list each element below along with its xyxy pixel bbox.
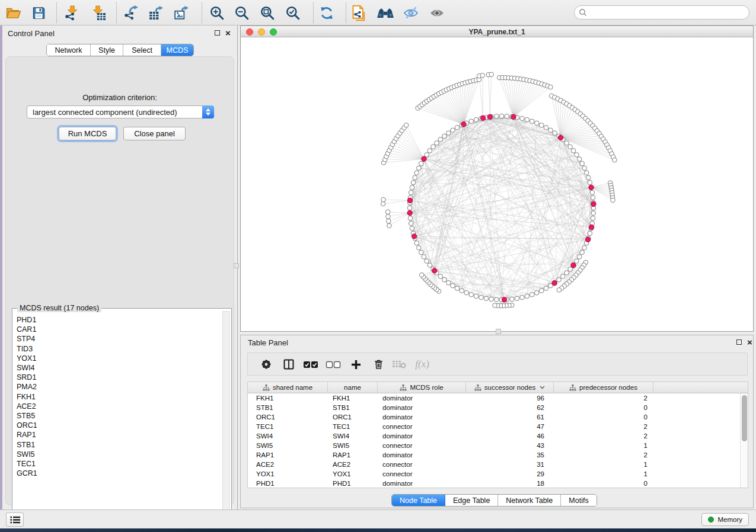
import-network-icon[interactable]	[63, 4, 81, 22]
table-cell[interactable]: SWI5	[248, 441, 328, 450]
import-table-icon[interactable]	[90, 4, 107, 22]
search-field[interactable]	[574, 5, 749, 20]
table-row[interactable]: FKH1FKH1dominator962	[248, 393, 748, 403]
table-cell[interactable]: dominator	[378, 403, 466, 412]
table-cell[interactable]: PHD1	[248, 479, 328, 488]
table-scrollbar[interactable]	[740, 393, 748, 488]
table-cell[interactable]: 1	[554, 441, 653, 450]
network-window-titlebar[interactable]: YPA_prune.txt_1	[241, 26, 753, 37]
tab-style[interactable]: Style	[91, 44, 123, 56]
table-cell[interactable]: connector	[378, 460, 466, 469]
close-panel-icon[interactable]: ×	[747, 339, 752, 345]
show-graphics-details-icon[interactable]	[428, 4, 446, 22]
table-cell[interactable]: TEC1	[248, 422, 328, 431]
search-objects-icon[interactable]	[377, 4, 394, 22]
export-table-icon[interactable]	[147, 4, 165, 22]
delete-table-icon[interactable]	[391, 357, 407, 372]
column-header-mcds-role[interactable]: MCDS role	[378, 382, 466, 393]
column-header-successor-nodes[interactable]: successor nodes	[466, 382, 554, 393]
table-cell[interactable]: dominator	[378, 479, 466, 488]
tab-motifs[interactable]: Motifs	[561, 495, 596, 506]
network-graph[interactable]	[241, 37, 753, 331]
network-file-icon[interactable]	[350, 4, 368, 22]
tab-network-table[interactable]: Network Table	[498, 495, 561, 506]
export-network-icon[interactable]	[122, 4, 140, 22]
column-header-shared-name[interactable]: shared name	[248, 382, 328, 393]
mcds-result-item[interactable]: SWI5	[17, 450, 222, 459]
table-cell[interactable]: 2	[554, 431, 653, 441]
tab-node-table[interactable]: Node Table	[392, 495, 445, 506]
table-cell[interactable]: SWI5	[328, 441, 378, 450]
add-column-icon[interactable]	[347, 357, 364, 372]
mcds-result-item[interactable]: TID3	[17, 344, 222, 354]
mcds-result-item[interactable]: GCR1	[17, 469, 222, 478]
table-cell[interactable]: 2	[554, 422, 653, 431]
table-cell[interactable]: FKH1	[248, 393, 328, 403]
table-cell[interactable]: 2	[554, 450, 653, 460]
table-cell[interactable]: dominator	[378, 431, 466, 441]
mcds-result-item[interactable]: ACE2	[17, 402, 222, 411]
criterion-select[interactable]: largest connected component (undirected)	[27, 105, 214, 118]
tab-select[interactable]: Select	[123, 44, 161, 56]
mcds-result-item[interactable]: PMA2	[17, 382, 222, 392]
table-cell[interactable]: ACE2	[328, 460, 378, 469]
search-input[interactable]	[587, 8, 749, 17]
table-cell[interactable]: 2	[554, 393, 653, 403]
zoom-out-icon[interactable]	[233, 4, 251, 22]
network-canvas[interactable]	[241, 37, 753, 331]
table-row[interactable]: STB1STB1dominator620	[248, 403, 748, 412]
table-cell[interactable]: 47	[466, 422, 554, 431]
vertical-splitter-grip[interactable]	[234, 263, 239, 268]
tab-mcds[interactable]: MCDS	[161, 44, 193, 56]
table-cell[interactable]: SWI4	[328, 431, 378, 441]
scrollbar-thumb[interactable]	[742, 395, 747, 441]
table-cell[interactable]: TEC1	[328, 422, 378, 431]
table-cell[interactable]: 62	[466, 403, 554, 412]
hide-graphics-details-icon[interactable]	[402, 4, 420, 22]
table-cell[interactable]: connector	[378, 469, 466, 479]
column-header-predecessor-nodes[interactable]: predecessor nodes	[554, 382, 653, 393]
run-mcds-button[interactable]: Run MCDS	[59, 127, 116, 140]
table-cell[interactable]: connector	[378, 422, 466, 431]
mcds-result-item[interactable]: CAR1	[17, 325, 222, 334]
save-session-icon[interactable]	[30, 4, 47, 22]
zoom-selected-icon[interactable]	[284, 4, 302, 22]
table-cell[interactable]: dominator	[378, 393, 466, 403]
mcds-result-item[interactable]: STB5	[17, 411, 222, 421]
mcds-list-scrollbar[interactable]	[222, 311, 230, 525]
table-row[interactable]: TEC1TEC1connector472	[248, 422, 748, 431]
mcds-result-item[interactable]: PHD1	[17, 315, 222, 325]
column-header-name[interactable]: name	[328, 382, 378, 393]
memory-button[interactable]: Memory	[701, 513, 749, 526]
table-cell[interactable]: ACE2	[248, 460, 328, 469]
table-cell[interactable]: 1	[554, 460, 653, 469]
open-session-icon[interactable]	[4, 4, 22, 22]
task-history-button[interactable]	[6, 512, 24, 527]
table-cell[interactable]: 18	[466, 479, 554, 488]
table-cell[interactable]: 0	[554, 479, 653, 488]
settings-gear-icon[interactable]	[258, 357, 275, 372]
table-cell[interactable]: STB1	[328, 403, 378, 412]
table-row[interactable]: RAP1RAP1dominator352	[248, 450, 748, 460]
table-cell[interactable]: RAP1	[248, 450, 328, 460]
table-cell[interactable]: 1	[554, 469, 653, 479]
refresh-network-icon[interactable]	[318, 4, 336, 22]
table-row[interactable]: SWI4SWI4dominator462	[248, 431, 748, 441]
table-row[interactable]: ACE2ACE2connector311	[248, 460, 748, 469]
table-cell[interactable]: 0	[554, 412, 653, 422]
table-cell[interactable]: 96	[466, 393, 554, 403]
mcds-result-item[interactable]: SRD1	[17, 373, 222, 382]
table-cell[interactable]: SWI4	[248, 431, 328, 441]
mcds-result-item[interactable]: YOX1	[17, 354, 222, 363]
show-columns-icon[interactable]	[280, 357, 297, 372]
table-cell[interactable]: PHD1	[328, 479, 378, 488]
deselect-all-icon[interactable]	[325, 357, 342, 372]
delete-column-icon[interactable]	[370, 357, 387, 372]
tab-network[interactable]: Network	[47, 44, 91, 56]
table-cell[interactable]: 35	[466, 450, 554, 460]
table-row[interactable]: PHD1PHD1dominator180	[248, 479, 748, 488]
table-cell[interactable]: 46	[466, 431, 554, 441]
mcds-result-item[interactable]: RAP1	[17, 430, 222, 440]
tab-edge-table[interactable]: Edge Table	[445, 495, 498, 506]
table-cell[interactable]: ORC1	[248, 412, 328, 422]
